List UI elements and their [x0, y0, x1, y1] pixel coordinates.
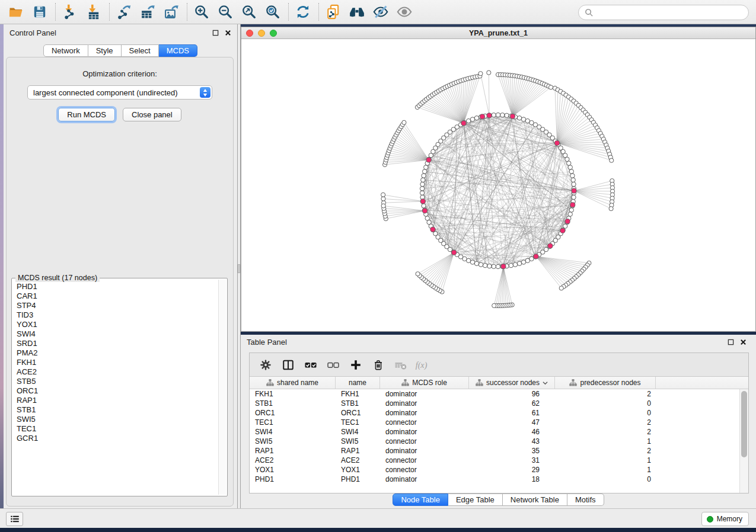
show-column-button[interactable]	[279, 356, 297, 374]
tab-edge-table[interactable]: Edge Table	[448, 493, 503, 506]
memory-button[interactable]: Memory	[701, 512, 749, 526]
table-scrollbar-thumb[interactable]	[741, 391, 747, 457]
search-input[interactable]	[597, 8, 742, 17]
export-network-button[interactable]	[114, 2, 134, 22]
table-row[interactable]: SWI4SWI4dominator462	[250, 427, 748, 437]
table-cell: 0	[555, 475, 656, 483]
close-panel-icon[interactable]	[740, 339, 747, 345]
column-header-predecessor-nodes[interactable]: predecessor nodes	[555, 377, 656, 389]
deselect-all-columns-button[interactable]	[324, 356, 342, 374]
table-row[interactable]: PHD1PHD1dominator180	[250, 475, 748, 484]
tab-select[interactable]: Select	[122, 44, 159, 57]
table-toolbar: f(x)	[250, 353, 748, 377]
mcds-result-node[interactable]: TID3	[14, 310, 218, 320]
import-table-button[interactable]	[84, 2, 104, 22]
table-cell: RAP1	[250, 447, 336, 455]
table-row[interactable]: TEC1TEC1connector472	[250, 418, 748, 427]
zoom-selected-button[interactable]	[263, 2, 283, 22]
task-history-button[interactable]	[6, 512, 23, 526]
mcds-list-scrollbar[interactable]	[218, 280, 226, 495]
network-canvas[interactable]	[241, 39, 755, 331]
mcds-result-node[interactable]: FKH1	[14, 358, 218, 367]
tab-style[interactable]: Style	[88, 44, 122, 57]
checked-boxes-icon	[304, 358, 318, 372]
network-search-field[interactable]	[578, 5, 749, 20]
mcds-result-node[interactable]: YOX1	[14, 320, 218, 329]
mcds-result-node[interactable]: GCR1	[14, 434, 218, 443]
column-type-icon	[266, 379, 274, 386]
export-table-button[interactable]	[138, 2, 158, 22]
table-row[interactable]: ACE2ACE2connector311	[250, 456, 748, 465]
table-cell: 2	[555, 428, 656, 436]
mcds-result-node[interactable]: SWI5	[14, 415, 218, 424]
table-row[interactable]: FKH1FKH1dominator962	[250, 389, 748, 399]
table-panel-title: Table Panel	[247, 338, 287, 347]
clone-network-button[interactable]	[323, 2, 343, 22]
mcds-result-list[interactable]: PHD1CAR1STP4TID3YOX1SWI4SRD1PMA2FKH1ACE2…	[14, 282, 218, 495]
column-header-successor-nodes[interactable]: successor nodes	[469, 377, 555, 389]
table-row[interactable]: YOX1YOX1connector291	[250, 465, 748, 475]
optimization-criterion-dropdown[interactable]: largest connected component (undirected)	[27, 85, 212, 100]
mcds-result-node[interactable]: ORC1	[14, 386, 218, 396]
table-row[interactable]: SWI5SWI5connector431	[250, 437, 748, 446]
close-panel-icon[interactable]	[225, 30, 231, 36]
table-cell: YOX1	[250, 466, 336, 474]
column-header-shared-name[interactable]: shared name	[250, 377, 336, 389]
mcds-result-node[interactable]: PMA2	[14, 348, 218, 358]
zoom-out-button[interactable]	[215, 2, 235, 22]
run-mcds-button[interactable]: Run MCDS	[58, 108, 115, 121]
vertical-splitter-handle[interactable]	[238, 264, 240, 273]
zoom-in-button[interactable]	[192, 2, 212, 22]
mcds-result-node[interactable]: STB1	[14, 405, 218, 415]
table-options-button[interactable]	[257, 356, 275, 374]
tab-mcds[interactable]: MCDS	[159, 44, 197, 57]
tab-node-table[interactable]: Node Table	[393, 493, 448, 506]
tab-network-table[interactable]: Network Table	[503, 493, 567, 506]
mcds-result-node[interactable]: PHD1	[14, 282, 218, 291]
mcds-result-node[interactable]: STP4	[14, 301, 218, 310]
control-panel: Control Panel NetworkStyleSelectMCDS Opt…	[4, 24, 237, 508]
table-row[interactable]: RAP1RAP1dominator352	[250, 446, 748, 456]
mcds-result-node[interactable]: ACE2	[14, 367, 218, 377]
open-session-button[interactable]	[6, 2, 26, 22]
control-panel-tabs: NetworkStyleSelectMCDS	[4, 44, 237, 57]
export-image-button[interactable]	[161, 2, 181, 22]
refresh-icon	[295, 4, 311, 20]
column-type-icon	[476, 379, 483, 386]
network-window-titlebar: YPA_prune.txt_1	[241, 27, 755, 39]
float-panel-icon[interactable]	[212, 30, 219, 36]
mcds-result-node[interactable]: CAR1	[14, 291, 218, 301]
table-row[interactable]: ORC1ORC1dominator610	[250, 408, 748, 418]
table-cell: 47	[469, 418, 555, 427]
tab-network[interactable]: Network	[43, 44, 88, 57]
show-all-button[interactable]	[394, 2, 414, 22]
mcds-result-node[interactable]: RAP1	[14, 396, 218, 405]
mcds-tab-content: Optimization criterion: largest connecte…	[6, 57, 234, 507]
tab-motifs[interactable]: Motifs	[567, 493, 604, 506]
zoom-fit-button[interactable]	[239, 2, 259, 22]
table-cell: 1	[555, 437, 656, 446]
mcds-result-node[interactable]: TEC1	[14, 424, 218, 434]
column-header-name[interactable]: name	[336, 377, 380, 389]
table-row[interactable]: STB1STB1dominator620	[250, 399, 748, 408]
column-header-MCDS-role[interactable]: MCDS role	[380, 377, 469, 389]
mcds-hub-node	[452, 250, 457, 255]
mcds-result-node[interactable]: SRD1	[14, 339, 218, 348]
refresh-button[interactable]	[293, 2, 313, 22]
import-network-button[interactable]	[60, 2, 80, 22]
float-panel-icon[interactable]	[728, 339, 734, 345]
close-panel-button[interactable]: Close panel	[123, 108, 181, 121]
export-image-icon	[163, 4, 180, 20]
table-scrollbar[interactable]	[739, 389, 748, 493]
mcds-result-node[interactable]: SWI4	[14, 329, 218, 339]
table-panel-tabs: Node TableEdge TableNetwork TableMotifs	[241, 493, 756, 506]
create-column-button[interactable]	[347, 356, 365, 374]
delete-column-button[interactable]	[369, 356, 387, 374]
first-neighbors-button[interactable]	[347, 2, 367, 22]
hide-selected-button[interactable]	[371, 2, 391, 22]
sort-desc-icon	[543, 381, 548, 385]
mcds-result-node[interactable]: STB5	[14, 377, 218, 386]
select-all-columns-button[interactable]	[302, 356, 320, 374]
save-session-button[interactable]	[30, 2, 50, 22]
toolbar-separator	[109, 3, 110, 21]
